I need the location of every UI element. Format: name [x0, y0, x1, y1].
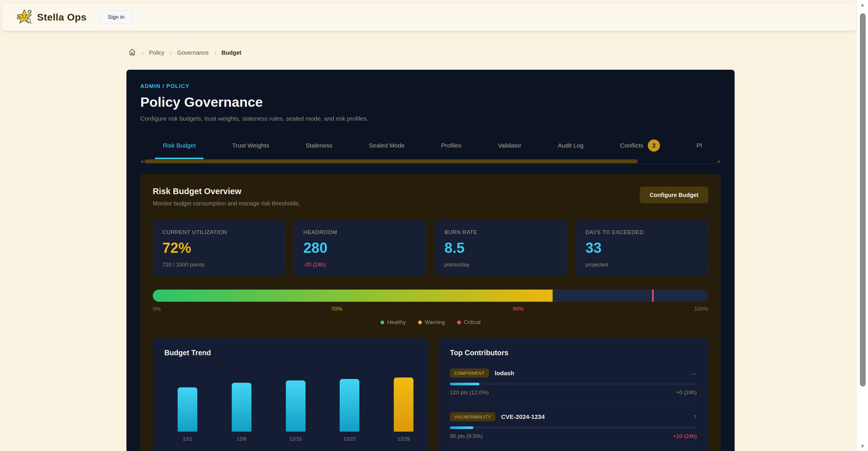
contributor-row: VULNERABILITY CVE-2024-1234 ↑ 95 pts (9.…: [450, 412, 697, 440]
stat-value: 33: [586, 239, 699, 256]
trend-bar: [178, 387, 197, 431]
legend-critical: Critical: [457, 319, 480, 325]
component-badge: COMPONENT: [450, 368, 489, 378]
brand-name: Stella Ops: [37, 11, 87, 23]
bar-label: 12/15: [289, 436, 302, 442]
stat-value: 280: [304, 239, 417, 256]
contributor-row: COMPONENT lodash → 120 pts (12.0%) +0 (2…: [450, 368, 697, 396]
page-subtitle: Configure risk budgets, trust weights, s…: [140, 115, 721, 122]
scroll-down-arrow-icon[interactable]: ▼: [857, 444, 868, 449]
critical-dot-icon: [457, 321, 461, 324]
contributor-delta: +0 (24h): [676, 389, 697, 396]
healthy-dot-icon: [380, 321, 384, 324]
right-arrow-icon[interactable]: →: [690, 369, 697, 377]
stat-headroom: HEADROOM 280 -20 (24h): [294, 220, 427, 276]
bar-label: 12/8: [237, 436, 246, 442]
tick-100: 100%: [694, 306, 708, 312]
breadcrumb: › Policy › Governance › Budget: [128, 48, 241, 58]
stat-sub: projected: [586, 261, 699, 268]
bar-label: 12/1: [183, 436, 192, 442]
tick-90: 90%: [513, 306, 524, 312]
tabs-scroll-right-icon[interactable]: ▶: [718, 159, 721, 163]
contributor-delta: +10 (24h): [673, 433, 697, 440]
breadcrumb-separator: ›: [142, 49, 144, 57]
conflicts-count-badge: 2: [648, 139, 660, 152]
bar-label: 12/29: [398, 436, 410, 442]
tab-bar: Risk Budget Trust Weights Staleness Seal…: [140, 139, 721, 159]
tab-conflicts[interactable]: Conflicts 2: [612, 139, 669, 159]
tab-truncated[interactable]: Pl: [688, 139, 710, 159]
tabs-scrollbar-thumb[interactable]: [144, 159, 638, 163]
tab-trust-weights[interactable]: Trust Weights: [224, 139, 277, 159]
breadcrumb-governance[interactable]: Governance: [177, 50, 209, 56]
policy-governance-panel: ADMIN / POLICY Policy Governance Configu…: [126, 70, 735, 451]
stat-burn-rate: BURN RATE 8.5 points/day: [435, 220, 567, 276]
risk-budget-overview-card: Risk Budget Overview Monitor budget cons…: [140, 174, 721, 451]
breadcrumb-policy[interactable]: Policy: [149, 50, 164, 56]
tab-risk-budget[interactable]: Risk Budget: [155, 139, 204, 159]
stat-value: 72%: [162, 239, 276, 256]
tab-sealed-mode[interactable]: Sealed Mode: [361, 139, 413, 159]
home-icon[interactable]: [128, 48, 136, 58]
trend-bar: [340, 379, 359, 431]
legend-label: Warning: [425, 319, 445, 325]
divider: [450, 448, 697, 448]
bar-label: 12/22: [343, 436, 356, 442]
legend-label: Healthy: [387, 319, 406, 325]
tabs-horizontal-scrollbar[interactable]: ◀ ▶: [140, 159, 721, 164]
bar-group: 12/1: [175, 387, 200, 442]
budget-trend-card: Budget Trend 12/1 12/8 12/15: [153, 338, 428, 451]
stat-label: CURRENT UTILIZATION: [162, 229, 276, 235]
budget-trend-title: Budget Trend: [164, 349, 416, 357]
stats-row: CURRENT UTILIZATION 72% 720 / 1000 point…: [153, 220, 708, 276]
utilization-tick-labels: 0% 70% 90% 100%: [153, 306, 708, 312]
trend-bar: [232, 383, 251, 431]
trend-bar: [394, 378, 413, 431]
breadcrumb-separator: ›: [214, 49, 216, 57]
divider: [450, 404, 697, 404]
contributor-progress-fill: [450, 426, 473, 429]
stat-label: HEADROOM: [304, 229, 417, 235]
tab-conflicts-label: Conflicts: [620, 142, 644, 149]
tabs-scroll-left-icon[interactable]: ◀: [140, 159, 143, 163]
top-contributors-title: Top Contributors: [450, 349, 697, 357]
breadcrumb-separator: ›: [169, 49, 172, 57]
budget-trend-chart: 12/1 12/8 12/15 12/22: [164, 370, 416, 442]
sign-in-button[interactable]: Sign in: [99, 10, 133, 24]
tab-staleness[interactable]: Staleness: [298, 139, 341, 159]
brand[interactable]: Stella Ops: [16, 8, 87, 26]
trend-bar: [286, 380, 306, 431]
stat-value: 8.5: [444, 239, 558, 256]
stella-ops-logo-icon: [16, 8, 32, 26]
tick-70: 70%: [331, 306, 342, 312]
utilization-progress-bar: [153, 290, 708, 302]
tab-audit-log[interactable]: Audit Log: [550, 139, 592, 159]
utilization-fill: [153, 290, 553, 302]
top-contributors-card: Top Contributors COMPONENT lodash → 120 …: [438, 338, 708, 451]
contributor-points: 95 pts (9.5%): [450, 433, 483, 440]
contributor-progress-track: [450, 426, 697, 429]
legend-healthy: Healthy: [380, 319, 406, 325]
section-eyebrow: ADMIN / POLICY: [140, 83, 721, 89]
contributor-progress-fill: [450, 383, 479, 385]
contributor-name: CVE-2024-1234: [501, 413, 545, 420]
critical-threshold-marker: [652, 290, 654, 302]
tab-validator[interactable]: Validator: [490, 139, 529, 159]
stat-sub: points/day: [444, 261, 558, 268]
contributor-progress-track: [450, 383, 697, 385]
stat-current-utilization: CURRENT UTILIZATION 72% 720 / 1000 point…: [153, 220, 285, 276]
utilization-legend: Healthy Warning Critical: [153, 319, 708, 325]
vertical-scrollbar-thumb[interactable]: [860, 13, 866, 386]
stat-sub: -20 (24h): [304, 261, 417, 268]
legend-warning: Warning: [418, 319, 445, 325]
vertical-scrollbar[interactable]: ▲ ▼: [857, 0, 868, 451]
tab-profiles[interactable]: Profiles: [433, 139, 470, 159]
vulnerability-badge: VULNERABILITY: [450, 412, 495, 421]
stat-sub: 720 / 1000 points: [162, 261, 276, 268]
breadcrumb-budget: Budget: [221, 50, 241, 56]
up-arrow-icon[interactable]: ↑: [693, 413, 697, 421]
configure-budget-button[interactable]: Configure Budget: [640, 187, 708, 203]
warning-dot-icon: [418, 321, 422, 324]
contributor-name: lodash: [495, 370, 515, 377]
scroll-up-arrow-icon[interactable]: ▲: [857, 2, 868, 7]
